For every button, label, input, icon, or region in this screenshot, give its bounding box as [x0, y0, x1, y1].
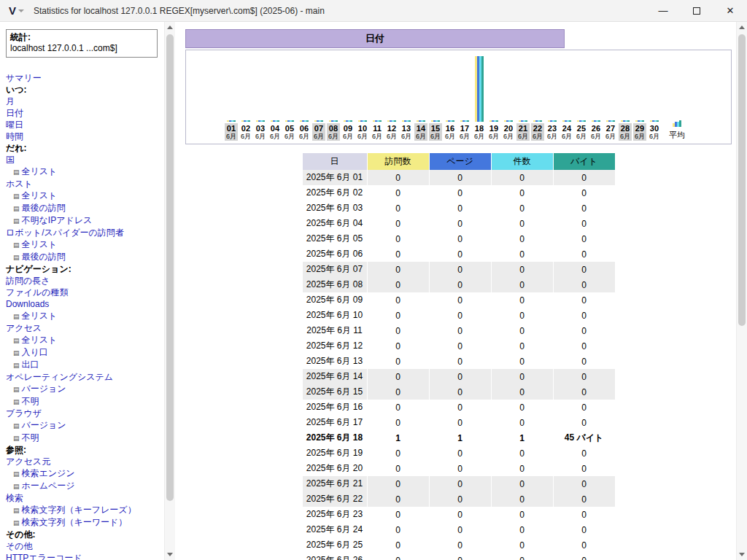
column-header-訪問数: 訪問数 — [368, 153, 429, 170]
sidebar-link-40[interactable]: HTTPエラーコード — [6, 553, 82, 560]
cell-value: 0 — [492, 216, 553, 231]
app-icon[interactable]: V — [9, 4, 16, 17]
cell-value: 0 — [430, 277, 491, 292]
chart-day-column: 256月 — [574, 56, 589, 141]
sidebar-link-33[interactable]: 検索エンジン — [22, 468, 75, 478]
cell-value: 0 — [492, 461, 553, 476]
sidebar-link-3[interactable]: 日付 — [6, 108, 23, 118]
sidebar-scroll-up-button[interactable] — [165, 22, 175, 33]
sidebar-link-0[interactable]: サマリー — [6, 73, 42, 83]
day-label: 116月 — [371, 123, 384, 141]
sidebar-link-29[interactable]: バージョン — [22, 420, 66, 430]
sidebar-link-4[interactable]: 曜日 — [6, 120, 23, 130]
chart-day-column: 106月 — [355, 56, 370, 141]
cell-date: 2025年 6月 10 — [303, 308, 367, 323]
sidebar-scrollbar[interactable] — [164, 22, 175, 560]
table-row: 2025年 6月 160000 — [303, 400, 615, 415]
day-label: 206月 — [502, 123, 515, 141]
main-scroll-down-button[interactable] — [737, 549, 747, 560]
day-label: 236月 — [546, 123, 559, 141]
sidebar-link-24[interactable]: 出口 — [22, 359, 39, 370]
cell-value: 0 — [554, 369, 615, 384]
cell-value: 0 — [554, 553, 615, 560]
sidebar-item: ▤ホームページ — [6, 480, 164, 492]
sidebar-scroll-down-button[interactable] — [165, 549, 175, 560]
sidebar-link-36[interactable]: 検索文字列（キーフレーズ） — [22, 505, 136, 515]
day-label: 276月 — [604, 123, 617, 141]
sidebar-link-18[interactable]: ファイルの種類 — [6, 287, 68, 298]
main-scroll-up-button[interactable] — [737, 22, 747, 33]
bar-バイト — [598, 120, 600, 122]
sidebar-item: ブラウザ — [6, 408, 164, 419]
sidebar-section-header: 参照: — [6, 444, 164, 456]
table-header-row: 日訪問数ページ件数バイト — [303, 153, 615, 170]
sidebar-link-11[interactable]: 最後の訪問 — [22, 203, 66, 213]
sidebar-link-17[interactable]: 訪問の長さ — [6, 276, 50, 286]
list-icon: ▤ — [13, 398, 20, 405]
cell-date: 2025年 6月 15 — [303, 384, 367, 400]
maximize-button[interactable] — [680, 0, 713, 22]
sidebar-link-13[interactable]: ロボット/スパイダーの訪問者 — [6, 228, 124, 238]
sidebar-link-21[interactable]: アクセス — [6, 323, 42, 333]
sidebar-item: 時間 — [6, 131, 164, 142]
sidebar-link-37[interactable]: 検索文字列（キーワード） — [22, 517, 128, 527]
chart-day-column: 226月 — [530, 56, 545, 141]
table-row: 2025年 6月 030000 — [303, 201, 615, 216]
sidebar-link-23[interactable]: 入り口 — [22, 347, 48, 357]
sidebar-link-39[interactable]: その他 — [6, 541, 33, 551]
cell-value: 0 — [492, 277, 553, 292]
chart-day-column: 156月 — [428, 56, 443, 141]
day-label: 146月 — [414, 123, 427, 141]
sidebar-link-9[interactable]: ホスト — [6, 179, 33, 189]
sidebar-item: アクセス元 — [6, 456, 164, 467]
sidebar-link-19[interactable]: Downloads — [6, 299, 49, 309]
cell-value: 0 — [492, 369, 553, 384]
sidebar-item: ▤全リスト — [6, 166, 164, 178]
sidebar-link-10[interactable]: 全リスト — [22, 190, 58, 201]
cell-value: 0 — [368, 216, 429, 231]
sidebar-link-32[interactable]: アクセス元 — [6, 456, 50, 467]
main-scrollbar[interactable] — [736, 22, 747, 560]
sidebar-link-15[interactable]: 最後の訪問 — [22, 252, 66, 262]
sidebar-item: ファイルの種類 — [6, 287, 164, 298]
cell-value: 1 — [430, 430, 491, 446]
cell-date: 2025年 6月 17 — [303, 415, 367, 430]
sidebar-link-2[interactable]: 月 — [6, 96, 15, 106]
cell-value: 0 — [430, 354, 491, 369]
chart-day-column: 176月 — [457, 56, 472, 141]
day-bars — [431, 56, 440, 122]
cell-date: 2025年 6月 03 — [303, 201, 367, 216]
minimize-button[interactable]: — — [646, 0, 680, 22]
window-controls: — ✕ — [646, 0, 747, 22]
day-label: 256月 — [575, 123, 588, 141]
close-button[interactable]: ✕ — [713, 0, 747, 22]
cell-value: 0 — [554, 338, 615, 354]
sidebar-link-20[interactable]: 全リスト — [22, 311, 58, 321]
sidebar-link-30[interactable]: 不明 — [22, 432, 39, 443]
cell-value: 0 — [368, 170, 429, 185]
sidebar-item: 曜日 — [6, 119, 164, 131]
sidebar-link-35[interactable]: 検索 — [6, 493, 23, 503]
sidebar-link-8[interactable]: 全リスト — [22, 166, 58, 176]
sidebar-link-28[interactable]: ブラウザ — [6, 408, 42, 419]
sidebar-scrollbar-thumb[interactable] — [166, 34, 174, 501]
average-bar-バイト — [679, 120, 681, 127]
sidebar-link-5[interactable]: 時間 — [6, 131, 23, 141]
cell-value: 0 — [430, 476, 491, 491]
cell-value: 0 — [368, 507, 429, 522]
main-scrollbar-thumb[interactable] — [738, 34, 746, 326]
sidebar-link-26[interactable]: バージョン — [22, 384, 66, 394]
sidebar-link-27[interactable]: 不明 — [22, 396, 39, 406]
sidebar-link-7[interactable]: 国 — [6, 155, 15, 165]
scroll-down-icon — [739, 553, 745, 556]
app-menu-caret-icon[interactable] — [18, 9, 24, 12]
sidebar-link-34[interactable]: ホームページ — [22, 481, 75, 491]
sidebar-link-25[interactable]: オペレーティングシステム — [6, 372, 113, 382]
day-label: 216月 — [516, 123, 530, 141]
cell-value: 0 — [492, 476, 553, 491]
sidebar-link-14[interactable]: 全リスト — [22, 239, 58, 249]
average-bars — [673, 61, 681, 127]
sidebar-link-12[interactable]: 不明なIPアドレス — [22, 215, 93, 225]
cell-value: 0 — [492, 491, 553, 507]
sidebar-link-22[interactable]: 全リスト — [22, 335, 58, 345]
